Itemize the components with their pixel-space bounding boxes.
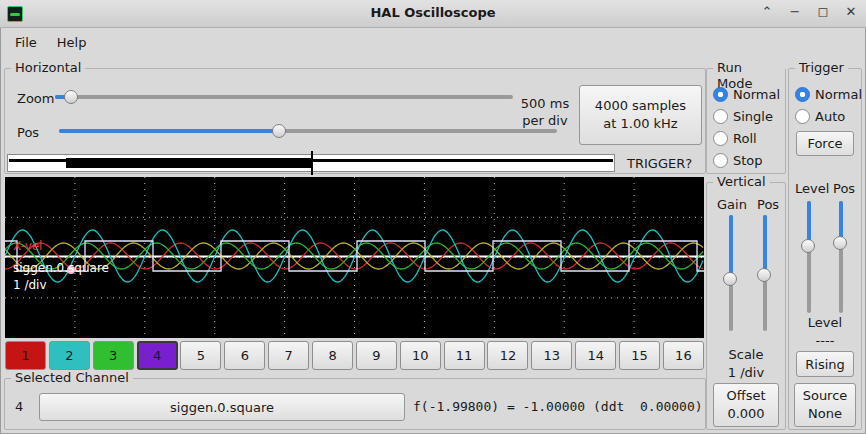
radio-icon xyxy=(713,153,728,168)
radio-icon xyxy=(795,109,810,124)
shade-icon[interactable]: ⌃ xyxy=(760,4,774,19)
selected-channel-name-button[interactable]: siggen.0.square xyxy=(39,393,405,421)
vertical-scale-value: 1 /div xyxy=(707,365,785,380)
selected-channel-number: 4 xyxy=(15,399,23,414)
scope-channel-label: X-vel xyxy=(13,239,42,253)
timebase-readout: 500 ms per div xyxy=(515,95,575,129)
menu-bar: File Help xyxy=(0,29,866,55)
channel-button-4[interactable]: 4 xyxy=(137,341,178,370)
window-title: HAL Oscilloscope xyxy=(0,5,866,20)
close-icon[interactable]: ✕ xyxy=(844,4,858,19)
slider-handle[interactable] xyxy=(757,268,771,282)
vertical-pos-slider[interactable] xyxy=(757,215,773,331)
channel-button-16[interactable]: 16 xyxy=(663,341,704,370)
radio-label: Stop xyxy=(733,153,763,168)
vertical-offset-button[interactable]: Offset 0.000 xyxy=(713,383,779,427)
radio-label: Single xyxy=(733,109,773,124)
channel-button-row: 12345678910111213141516 xyxy=(5,341,704,370)
menu-file[interactable]: File xyxy=(6,32,46,53)
horizontal-group: Horizontal Zoom Pos 500 ms per div 4000 … xyxy=(4,68,706,174)
radio-label: Roll xyxy=(733,131,757,146)
trigger-edge-button[interactable]: Rising xyxy=(796,351,854,377)
selected-channel-value: f(-1.99800) = -1.00000 (ddt 0.00000) xyxy=(413,399,703,414)
radio-option-roll[interactable]: Roll xyxy=(713,130,780,146)
slider-handle[interactable] xyxy=(833,236,847,250)
vertical-pos-label: Pos xyxy=(757,197,779,212)
trigger-group: Trigger NormalAuto Force Level Pos Level… xyxy=(788,68,862,430)
title-bar: HAL Oscilloscope ⌃ − ◻ ✕ xyxy=(0,0,866,28)
minimize-icon[interactable]: − xyxy=(788,4,802,19)
vertical-scale-label: Scale xyxy=(707,347,785,362)
channel-button-5[interactable]: 5 xyxy=(180,341,221,370)
channel-button-11[interactable]: 11 xyxy=(444,341,485,370)
radio-icon xyxy=(713,87,728,102)
channel-button-14[interactable]: 14 xyxy=(575,341,616,370)
trigger-source-button[interactable]: Source None xyxy=(794,383,856,427)
channel-button-3[interactable]: 3 xyxy=(93,341,134,370)
force-button[interactable]: Force xyxy=(796,131,854,156)
selected-channel-group: Selected Channel 4 siggen.0.square f(-1.… xyxy=(4,378,706,430)
scope-selected-label: siggen.0.square xyxy=(13,261,109,275)
run-mode-radios: NormalSingleRollStop xyxy=(713,86,780,174)
horizontal-pos-slider[interactable] xyxy=(59,123,557,139)
radio-icon xyxy=(713,131,728,146)
trigger-group-title: Trigger xyxy=(795,60,848,76)
radio-option-normal[interactable]: Normal xyxy=(795,86,862,102)
trigger-level-label: Level xyxy=(795,181,829,196)
channel-button-6[interactable]: 6 xyxy=(224,341,265,370)
run-mode-group: Run Mode NormalSingleRollStop xyxy=(706,68,786,174)
vertical-group: Vertical Gain Pos Scale 1 /div Offset 0.… xyxy=(706,182,786,430)
zoom-label: Zoom xyxy=(17,91,54,106)
trigger-position-marker xyxy=(311,151,313,175)
trigger-level-caption: Level xyxy=(789,315,861,330)
scope-waveforms xyxy=(5,177,704,338)
radio-icon xyxy=(795,87,810,102)
horizontal-group-title: Horizontal xyxy=(11,60,85,76)
pos-label: Pos xyxy=(17,125,39,140)
slider-handle[interactable] xyxy=(801,239,815,253)
trigger-mode-radios: NormalAuto xyxy=(795,86,862,130)
radio-label: Normal xyxy=(733,87,780,102)
channel-button-13[interactable]: 13 xyxy=(531,341,572,370)
radio-icon xyxy=(713,109,728,124)
radio-option-auto[interactable]: Auto xyxy=(795,108,862,124)
record-position-bar[interactable] xyxy=(7,154,615,172)
selected-channel-group-title: Selected Channel xyxy=(11,370,133,386)
channel-button-2[interactable]: 2 xyxy=(49,341,90,370)
scope-scale-label: 1 /div xyxy=(13,278,47,292)
trigger-level-value: ---- xyxy=(789,333,861,348)
slider-handle[interactable] xyxy=(272,124,286,138)
zoom-slider[interactable] xyxy=(55,89,513,105)
radio-option-single[interactable]: Single xyxy=(713,108,780,124)
channel-button-9[interactable]: 9 xyxy=(356,341,397,370)
channel-button-1[interactable]: 1 xyxy=(5,341,46,370)
vertical-gain-slider[interactable] xyxy=(723,215,739,331)
radio-label: Normal xyxy=(815,87,862,102)
channel-button-8[interactable]: 8 xyxy=(312,341,353,370)
vertical-group-title: Vertical xyxy=(713,174,770,190)
channel-button-10[interactable]: 10 xyxy=(400,341,441,370)
scope-display[interactable]: X-vel siggen.0.square 1 /div xyxy=(5,177,704,338)
radio-label: Auto xyxy=(815,109,845,124)
trigger-level-slider[interactable] xyxy=(801,201,817,313)
vertical-gain-label: Gain xyxy=(717,197,747,212)
channel-button-15[interactable]: 15 xyxy=(619,341,660,370)
radio-option-normal[interactable]: Normal xyxy=(713,86,780,102)
radio-option-stop[interactable]: Stop xyxy=(713,152,780,168)
trigger-pos-label: Pos xyxy=(833,181,855,196)
channel-button-12[interactable]: 12 xyxy=(487,341,528,370)
maximize-icon[interactable]: ◻ xyxy=(816,4,830,19)
slider-handle[interactable] xyxy=(64,90,78,104)
slider-handle[interactable] xyxy=(723,272,737,286)
channel-button-7[interactable]: 7 xyxy=(268,341,309,370)
samples-button[interactable]: 4000 samples at 1.00 kHz xyxy=(579,85,702,145)
record-window-extent xyxy=(66,158,311,168)
trigger-status-label: TRIGGER? xyxy=(627,156,692,171)
menu-help[interactable]: Help xyxy=(48,32,96,53)
trigger-pos-slider[interactable] xyxy=(833,201,849,313)
